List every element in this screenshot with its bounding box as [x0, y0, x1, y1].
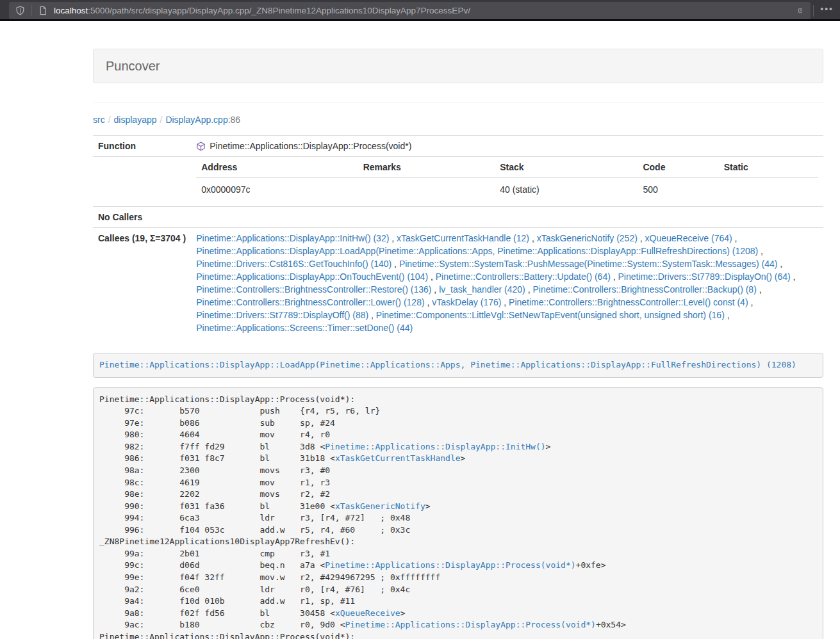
breadcrumb-link[interactable]: displayapp: [114, 115, 157, 125]
breadcrumb-link[interactable]: src: [93, 115, 105, 125]
col-remarks: Remarks: [358, 157, 495, 178]
assembly-symbol-link[interactable]: xQueueReceive: [335, 608, 400, 618]
callee-link[interactable]: xTaskGenericNotify (252): [537, 233, 638, 243]
cell-static: [719, 178, 818, 202]
callee-link[interactable]: Pinetime::Controllers::BrightnessControl…: [532, 284, 756, 295]
callee-link[interactable]: Pinetime::Controllers::BrightnessControl…: [196, 284, 431, 295]
callee-link[interactable]: lv_task_handler (420): [439, 284, 525, 295]
callee-link[interactable]: vTaskDelay (176): [432, 297, 501, 307]
callees-label: Callees (19, Σ=3704 ): [93, 228, 191, 339]
callee-link[interactable]: Pinetime::Applications::DisplayApp::OnTo…: [196, 271, 428, 282]
cell-code: 500: [638, 178, 718, 202]
highlighted-symbol-link[interactable]: Pinetime::Applications::DisplayApp::Load…: [99, 360, 796, 369]
callee-link[interactable]: Pinetime::Controllers::Battery::Update()…: [436, 271, 611, 282]
col-code: Code: [638, 157, 718, 178]
cell-stack: 40 (static): [495, 178, 638, 202]
toolbar-separator: [813, 5, 814, 17]
function-table: Function Pinetime::Applications::Display…: [93, 135, 823, 338]
assembly-symbol-link[interactable]: Pinetime::Applications::DisplayApp::Proc…: [345, 620, 596, 629]
callee-link[interactable]: Pinetime::Components::LittleVgl::SetNewT…: [376, 310, 725, 320]
divider: [93, 102, 823, 102]
callee-link[interactable]: xTaskGetCurrentTaskHandle (12): [397, 233, 529, 243]
cell-address: 0x0000097c: [196, 178, 358, 202]
app-header-panel: Puncover: [93, 49, 823, 83]
callee-link[interactable]: Pinetime::Drivers::Cst816S::GetTouchInfo…: [196, 259, 391, 269]
url-input[interactable]: localhost:5000/path/src/displayapp/Displ…: [54, 6, 795, 15]
callee-link[interactable]: Pinetime::Applications::DisplayApp::Load…: [196, 246, 758, 256]
callee-link[interactable]: Pinetime::Drivers::St7789::DisplayOn() (…: [618, 271, 791, 282]
page-info-icon[interactable]: [38, 6, 48, 16]
callee-link[interactable]: Pinetime::Drivers::St7789::DisplayOff() …: [196, 310, 368, 320]
col-static: Static: [719, 157, 818, 178]
app-title-link[interactable]: Puncover: [106, 59, 160, 73]
breadcrumb: src/displayapp/DisplayApp.cpp:86: [93, 113, 823, 126]
url-path: :5000/path/src/displayapp/DisplayApp.cpp…: [88, 6, 470, 15]
breadcrumb-link[interactable]: DisplayApp.cpp: [165, 115, 227, 125]
function-name: Pinetime::Applications::DisplayApp::Proc…: [210, 140, 411, 152]
callee-link[interactable]: xQueueReceive (764): [645, 233, 732, 243]
assembly-symbol-link[interactable]: Pinetime::Applications::DisplayApp::Init…: [325, 442, 545, 451]
no-callers-row: No Callers: [93, 207, 823, 228]
assembly-listing: Pinetime::Applications::DisplayApp::Proc…: [93, 387, 823, 639]
assembly-symbol-link[interactable]: xTaskGetCurrentTaskHandle: [335, 453, 461, 463]
page-body: Puncover src/displayapp/DisplayApp.cpp:8…: [0, 49, 840, 639]
stats-row: Address Remarks Stack Code Static 0x0000…: [93, 157, 823, 207]
shield-icon[interactable]: [15, 6, 25, 16]
stats-table: Address Remarks Stack Code Static 0x0000…: [196, 157, 818, 201]
cube-icon: [196, 142, 206, 151]
col-stack: Stack: [495, 157, 638, 178]
function-label: Function: [93, 136, 191, 157]
assembly-symbol-link[interactable]: xTaskGenericNotify: [335, 501, 425, 511]
breadcrumb-line-number: :86: [228, 115, 240, 125]
highlighted-symbol-box: Pinetime::Applications::DisplayApp::Load…: [93, 353, 823, 378]
address-bar[interactable]: localhost:5000/path/src/displayapp/Displ…: [9, 2, 811, 19]
browser-toolbar: localhost:5000/path/src/displayapp/Displ…: [0, 0, 840, 21]
no-callers-label: No Callers: [93, 207, 191, 228]
callee-link[interactable]: Pinetime::Controllers::BrightnessControl…: [196, 297, 424, 307]
menu-icon[interactable]: •••: [818, 4, 840, 18]
breadcrumb-separator: /: [105, 115, 114, 125]
url-host: localhost: [54, 6, 88, 15]
assembly-symbol-link[interactable]: Pinetime::Applications::DisplayApp::Proc…: [325, 560, 575, 570]
callee-link[interactable]: Pinetime::Controllers::BrightnessControl…: [509, 297, 748, 307]
callee-link[interactable]: Pinetime::System::SystemTask::PushMessag…: [399, 259, 778, 269]
callee-link[interactable]: Pinetime::Applications::DisplayApp::Init…: [196, 233, 389, 243]
identity-separator: [31, 5, 32, 16]
reader-mode-icon[interactable]: [795, 6, 805, 16]
function-row: Function Pinetime::Applications::Display…: [93, 136, 823, 157]
table-row: 0x0000097c 40 (static) 500: [196, 178, 818, 202]
callee-link[interactable]: Pinetime::Applications::Screens::Timer::…: [196, 323, 413, 333]
breadcrumb-separator: /: [157, 115, 166, 125]
callees-list: Pinetime::Applications::DisplayApp::Init…: [191, 228, 823, 339]
cell-remarks: [358, 178, 495, 202]
col-address: Address: [196, 157, 358, 178]
callees-row: Callees (19, Σ=3704 ) Pinetime::Applicat…: [93, 228, 823, 339]
